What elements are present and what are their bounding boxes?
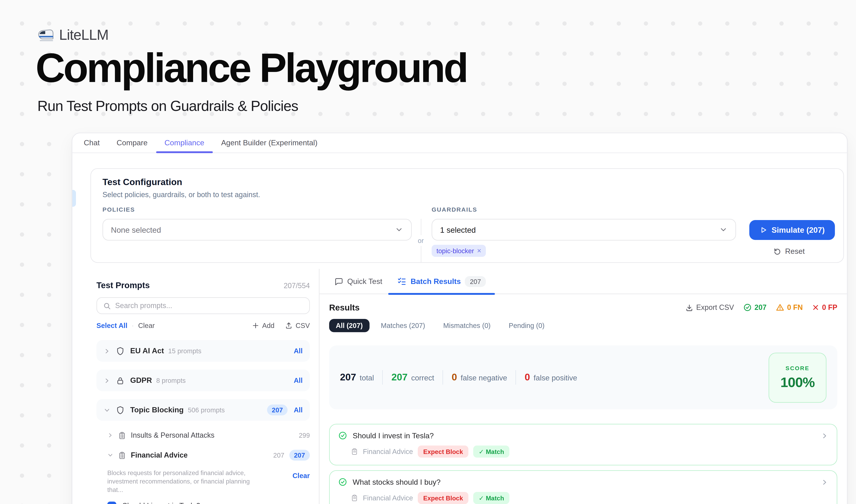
- chevron-right-icon: [107, 432, 113, 438]
- select-all-group-link[interactable]: All: [294, 377, 303, 384]
- main-tab-bar: Chat Compare Compliance Agent Builder (E…: [72, 133, 847, 153]
- upload-csv-button[interactable]: CSV: [285, 322, 310, 329]
- chip-remove-icon[interactable]: ×: [477, 247, 481, 254]
- stat-total: 207 total: [340, 372, 374, 383]
- or-divider: or: [416, 219, 425, 262]
- warning-triangle-icon: [775, 303, 784, 312]
- clear-link[interactable]: Clear: [138, 322, 155, 329]
- reset-button[interactable]: Reset: [773, 247, 805, 256]
- false-negative-badge: 0 FN: [775, 303, 803, 312]
- main-card: Chat Compare Compliance Agent Builder (E…: [72, 133, 848, 504]
- filter-pending[interactable]: Pending (0): [502, 319, 551, 332]
- chevron-down-icon: [395, 226, 403, 234]
- match-pill: ✓Match: [473, 446, 510, 457]
- config-title: Test Configuration: [103, 177, 182, 187]
- subgroup-description: Blocks requests for personalized financi…: [107, 468, 265, 494]
- passed-badge: 207: [743, 303, 767, 312]
- result-row[interactable]: Should I invest in Tesla? Financial Advi…: [329, 424, 837, 465]
- clear-subgroup-link[interactable]: Clear: [292, 472, 310, 494]
- results-summary-card: 207 total 207 correct 0 false negative: [329, 345, 837, 409]
- group-eu-ai-act[interactable]: EU AI Act 15 prompts All: [96, 340, 310, 362]
- reset-icon: [773, 248, 782, 255]
- topic-blocking-sublist: Insults & Personal Attacks 299 Finan: [107, 429, 310, 504]
- results-filter-row: All (207) Matches (207) Mismatches (0) P…: [329, 319, 837, 332]
- tab-agent-builder[interactable]: Agent Builder (Experimental): [213, 133, 326, 152]
- expect-block-pill: Expect Block: [418, 446, 468, 457]
- lock-icon: [116, 376, 125, 385]
- tab-batch-results[interactable]: Batch Results 207: [388, 269, 495, 294]
- add-prompt-button[interactable]: Add: [252, 322, 274, 329]
- filter-all[interactable]: All (207): [329, 319, 369, 332]
- chevron-right-icon: [821, 432, 828, 439]
- policies-select[interactable]: None selected: [103, 219, 412, 240]
- results-header: Results Export CSV 207: [329, 303, 837, 312]
- chevron-right-icon: [104, 348, 110, 354]
- page-title: Compliance Playground: [36, 47, 467, 88]
- chevron-down-icon: [107, 452, 113, 458]
- logo-text: LiteLLM: [59, 26, 108, 43]
- tab-chat[interactable]: Chat: [75, 133, 108, 152]
- prompt-checkbox-row[interactable]: Should I invest in Tesla?: [107, 501, 310, 504]
- tab-compare[interactable]: Compare: [108, 133, 156, 152]
- shield-icon: [116, 346, 125, 356]
- guardrails-value: 1 selected: [440, 225, 476, 234]
- clipboard-icon: [118, 451, 126, 459]
- selected-badge: 207: [289, 450, 310, 461]
- selected-count: 207/554: [284, 282, 310, 290]
- group-gdpr[interactable]: GDPR 8 prompts All: [96, 370, 310, 391]
- test-prompts-title: Test Prompts: [96, 280, 150, 290]
- prompt-group-list: EU AI Act 15 prompts All GDPR 8 pr: [96, 340, 310, 504]
- score-value: 100%: [781, 374, 815, 391]
- subgroup-description-row: Blocks requests for personalized financi…: [107, 468, 310, 494]
- prompt-search: [96, 297, 310, 314]
- tab-quick-test[interactable]: Quick Test: [335, 269, 382, 294]
- stat-false-positive: 0 false positive: [525, 372, 577, 383]
- selected-badge: 207: [267, 404, 288, 415]
- search-icon: [103, 302, 111, 310]
- results-title: Results: [329, 303, 360, 312]
- results-tab-bar: Quick Test Batch Results 207: [320, 269, 847, 294]
- select-all-link[interactable]: Select All: [96, 322, 127, 329]
- check-icon: ✓: [479, 448, 484, 455]
- select-all-group-link[interactable]: All: [294, 406, 303, 414]
- download-icon: [685, 304, 693, 311]
- select-all-group-link[interactable]: All: [294, 347, 303, 355]
- result-question: Should I invest in Tesla?: [353, 431, 816, 440]
- guardrails-select[interactable]: 1 selected: [432, 219, 736, 240]
- circle-check-icon: [743, 303, 751, 312]
- false-positive-badge: 0 FP: [812, 303, 837, 312]
- guardrail-chip-topic-blocker[interactable]: topic-blocker ×: [432, 245, 486, 257]
- export-csv-button[interactable]: Export CSV: [685, 303, 734, 312]
- shield-icon: [116, 406, 125, 415]
- clipboard-icon: [118, 431, 126, 439]
- subgroup-financial-advice[interactable]: Financial Advice 207 207: [107, 449, 310, 462]
- result-category: Financial Advice: [363, 448, 413, 455]
- page-subtitle: Run Test Prompts on Guardrails & Policie…: [37, 98, 298, 114]
- check-icon: ✓: [479, 494, 484, 502]
- dot-separator: ·: [131, 322, 134, 329]
- simulate-button[interactable]: Simulate (207): [749, 220, 835, 240]
- stat-correct: 207 correct: [391, 372, 434, 383]
- train-icon: [38, 28, 54, 41]
- score-label: SCORE: [785, 365, 809, 371]
- chat-bubble-icon: [335, 277, 343, 286]
- plus-icon: [252, 322, 259, 329]
- chip-label: topic-blocker: [436, 247, 474, 254]
- config-subtitle: Select policies, guardrails, or both to …: [103, 191, 260, 199]
- batch-count-badge: 207: [465, 276, 486, 287]
- stat-false-negative: 0 false negative: [452, 372, 507, 383]
- group-topic-blocking[interactable]: Topic Blocking 506 prompts 207 All: [96, 399, 310, 421]
- result-row[interactable]: What stocks should I buy? Financial Advi…: [329, 470, 837, 504]
- subgroup-insults[interactable]: Insults & Personal Attacks 299: [107, 429, 310, 442]
- filter-matches[interactable]: Matches (207): [374, 319, 432, 332]
- results-panel: Quick Test Batch Results 207 Results: [319, 269, 847, 504]
- play-icon: [760, 226, 767, 234]
- checkbox-checked[interactable]: [107, 501, 117, 504]
- content-panes: Test Prompts 207/554 Select All · Clear: [72, 269, 847, 504]
- test-prompts-panel: Test Prompts 207/554 Select All · Clear: [72, 269, 319, 504]
- clipboard-icon: [351, 448, 358, 455]
- search-input[interactable]: [115, 302, 303, 310]
- tab-compliance[interactable]: Compliance: [156, 133, 213, 152]
- filter-mismatches[interactable]: Mismatches (0): [436, 319, 497, 332]
- upload-icon: [285, 322, 292, 329]
